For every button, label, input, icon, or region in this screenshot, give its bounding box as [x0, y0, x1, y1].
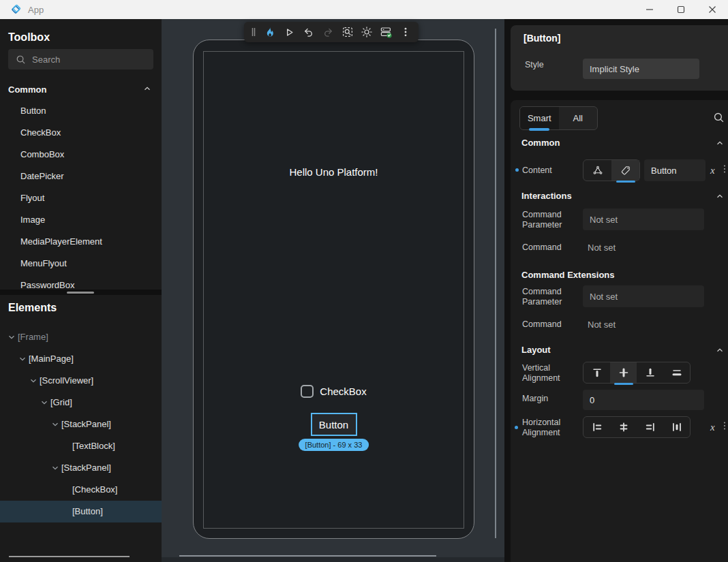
toolbox-title: Toolbox	[8, 31, 50, 44]
section-interactions: Interactions	[521, 191, 572, 201]
device-frame: Hello Uno Platform! CheckBox Button [But…	[193, 40, 474, 539]
toolbox-search[interactable]	[8, 49, 153, 69]
play-icon[interactable]	[282, 25, 296, 39]
tree-item-button-selected[interactable]: [Button]	[0, 501, 162, 522]
align-center-vertical-icon	[618, 367, 629, 378]
tree-item-textblock[interactable]: [TextBlock]	[0, 435, 162, 457]
align-top-icon	[592, 367, 603, 378]
margin-label: Margin	[522, 394, 548, 404]
content-mode-text[interactable]	[611, 160, 639, 181]
more-options-icon[interactable]	[399, 25, 412, 39]
xbind-button[interactable]: x	[710, 422, 715, 433]
align-center-horizontal-icon	[618, 422, 629, 433]
canvas-button-selected[interactable]: Button	[311, 413, 357, 436]
panel-splitter[interactable]	[0, 290, 162, 295]
xbind-button[interactable]: x	[710, 165, 715, 176]
toolbox-item-menuflyout[interactable]: MenuFlyout	[0, 253, 162, 275]
content-mode-element[interactable]	[583, 160, 611, 181]
elements-panel: Elements [Frame] [MainPage] [ScrollViewe…	[0, 295, 162, 562]
chevron-up-icon[interactable]	[715, 191, 725, 204]
tab-smart[interactable]: Smart	[520, 107, 559, 129]
stretch-vertical-button[interactable]	[663, 362, 690, 383]
canvas-horizontal-scrollbar[interactable]	[179, 555, 436, 557]
margin-input[interactable]	[583, 390, 704, 410]
toolbox-item-checkbox[interactable]: CheckBox	[0, 122, 162, 144]
align-bottom-icon	[645, 367, 656, 378]
align-top-button[interactable]	[583, 362, 610, 383]
drag-handle-icon[interactable]	[250, 25, 257, 39]
selected-element-header: [Button] Style	[511, 25, 728, 91]
tree-item-checkbox[interactable]: [CheckBox]	[0, 479, 162, 501]
command-value[interactable]: Not set	[588, 243, 616, 253]
tree-item-scrollviewer[interactable]: [ScrollViewer]	[0, 370, 162, 392]
close-button[interactable]	[697, 0, 728, 19]
undo-icon[interactable]	[302, 25, 316, 39]
tree-item-stackpanel-2[interactable]: [StackPanel]	[0, 457, 162, 479]
toolbox-item-combobox[interactable]: ComboBox	[0, 144, 162, 166]
align-bottom-button[interactable]	[637, 362, 663, 383]
more-options-icon[interactable]	[721, 163, 728, 177]
chevron-down-icon[interactable]	[50, 463, 60, 473]
command-parameter-input[interactable]	[583, 208, 704, 230]
minimize-button[interactable]	[634, 0, 665, 19]
properties-search-icon[interactable]	[713, 112, 725, 126]
redo-icon[interactable]	[321, 25, 335, 39]
hot-reload-flame-icon[interactable]	[263, 25, 277, 39]
canvas-textblock[interactable]: Hello Uno Platform!	[204, 166, 464, 178]
stretch-horizontal-button[interactable]	[663, 417, 690, 437]
runtime-status-icon[interactable]	[380, 25, 393, 39]
toolbox-item-passwordbox[interactable]: PasswordBox	[0, 275, 162, 290]
chevron-down-icon[interactable]	[7, 332, 16, 342]
window-controls	[634, 0, 728, 19]
chevron-down-icon[interactable]	[50, 420, 60, 429]
command-parameter-label: Command Parameter	[522, 287, 577, 307]
tree-item-grid[interactable]: [Grid]	[0, 392, 162, 413]
align-right-button[interactable]	[637, 417, 663, 437]
style-input[interactable]	[583, 59, 699, 79]
chevron-up-icon[interactable]	[715, 138, 725, 151]
app-logo-icon	[10, 3, 22, 16]
command-value[interactable]: Not set	[588, 319, 616, 330]
theme-sun-icon[interactable]	[360, 25, 374, 39]
toolbox-item-mediaplayerelement[interactable]: MediaPlayerElement	[0, 231, 162, 253]
horizontal-alignment-label: Horizontal Alignment	[522, 418, 570, 438]
inspect-element-icon[interactable]	[341, 25, 354, 39]
window-title: App	[28, 5, 44, 15]
content-input[interactable]	[644, 159, 706, 181]
device-screen: Hello Uno Platform! CheckBox Button [But…	[203, 51, 464, 529]
command-label: Command	[522, 319, 562, 330]
more-options-icon[interactable]	[721, 420, 728, 434]
properties-card: Smart All Common Content	[511, 100, 728, 562]
canvas-checkbox[interactable]: CheckBox	[204, 385, 464, 398]
chevron-down-icon[interactable]	[29, 376, 38, 386]
toolbox-item-datepicker[interactable]: DatePicker	[0, 166, 162, 187]
left-sidebar: Toolbox Common Button CheckBox ComboBox …	[0, 19, 162, 562]
align-center-vertical-button[interactable]	[610, 362, 637, 383]
toolbox-section-label: Common	[8, 84, 46, 95]
checkbox-box-icon[interactable]	[301, 385, 314, 398]
toolbox-item-button[interactable]: Button	[0, 100, 162, 122]
align-left-button[interactable]	[583, 417, 610, 437]
tree-item-mainpage[interactable]: [MainPage]	[0, 348, 162, 370]
section-layout: Layout	[521, 345, 551, 355]
stretch-horizontal-icon	[671, 422, 682, 433]
modified-indicator-dot	[515, 168, 519, 172]
align-center-horizontal-button[interactable]	[610, 417, 637, 437]
tab-all[interactable]: All	[559, 107, 598, 129]
chevron-up-icon[interactable]	[715, 345, 725, 358]
chevron-down-icon[interactable]	[40, 398, 49, 407]
canvas-bottom-band	[162, 557, 504, 562]
elements-horizontal-scrollbar[interactable]	[9, 556, 130, 557]
command-parameter-input[interactable]	[583, 285, 704, 307]
selection-size-badge: [Button] - 69 x 33	[299, 439, 369, 451]
canvas-vertical-scrollbar[interactable]	[495, 29, 496, 538]
toolbox-item-flyout[interactable]: Flyout	[0, 187, 162, 209]
tree-item-stackpanel-1[interactable]: [StackPanel]	[0, 413, 162, 435]
element-vector-icon	[592, 165, 603, 176]
toolbox-section-common[interactable]: Common	[0, 80, 162, 98]
tree-item-frame[interactable]: [Frame]	[0, 326, 162, 348]
maximize-button[interactable]	[665, 0, 697, 19]
toolbox-item-image[interactable]: Image	[0, 209, 162, 231]
chevron-down-icon[interactable]	[18, 354, 27, 364]
toolbox-search-input[interactable]	[32, 54, 141, 65]
